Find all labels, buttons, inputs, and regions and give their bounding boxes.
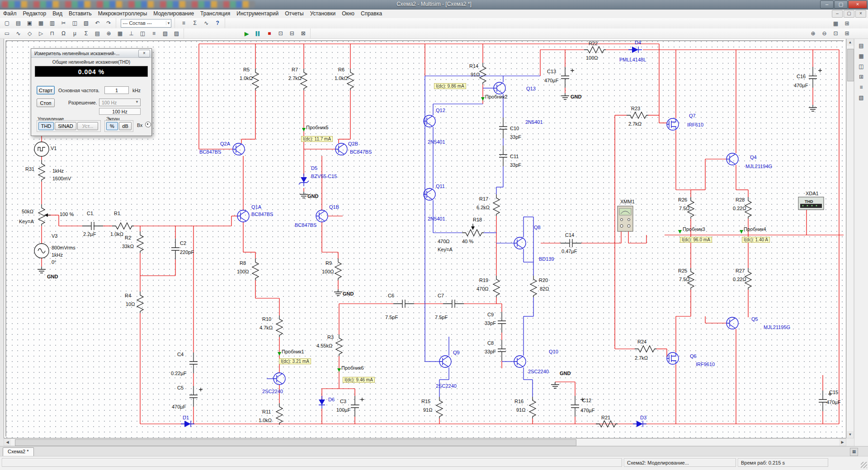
child-close-button[interactable]: × [855, 10, 866, 18]
component-label[interactable]: 4.7kΩ [259, 325, 273, 330]
sinad-mode-button[interactable]: SINAD [55, 122, 76, 130]
print-preview-icon[interactable]: ▥ [47, 19, 57, 28]
diode-component-icon[interactable]: ◇ [24, 29, 35, 38]
description-box-icon[interactable]: ≡ [856, 83, 867, 92]
component-label[interactable]: 2SC2240 [528, 369, 549, 374]
component-label[interactable]: 220pF [180, 249, 194, 255]
menu-Вставить[interactable]: Вставить [66, 9, 95, 18]
cmos-component-icon[interactable]: μ [70, 29, 80, 38]
child-minimize-button[interactable]: – [832, 10, 843, 18]
component-label[interactable]: 0.22Ω [733, 277, 746, 282]
new-icon[interactable]: ▢ [2, 19, 12, 28]
menu-Окно[interactable]: Окно [339, 9, 358, 18]
component-label[interactable]: Q2B [348, 141, 358, 146]
dialog-titlebar[interactable]: Измеритель нелинейных искажений-... × [31, 49, 151, 58]
component-label[interactable]: R20 [539, 277, 548, 283]
component-label[interactable]: V3 [52, 233, 57, 239]
undo-icon[interactable]: ↶ [92, 19, 103, 28]
menu-Микроконтроллеры[interactable]: Микроконтроллеры [95, 9, 151, 18]
component-label[interactable]: 0.47µF [561, 249, 577, 254]
component-label[interactable]: Q13 [526, 86, 536, 91]
component-label[interactable]: 100µF [336, 407, 350, 413]
child-restore-button[interactable]: ▢ [844, 10, 854, 18]
component-label[interactable]: 1.0kΩ [110, 231, 123, 237]
in-use-list-icon[interactable]: ≡ [179, 19, 189, 28]
component-label[interactable]: C13 [547, 69, 556, 74]
component-label[interactable]: 33pF [510, 134, 521, 140]
component-label[interactable]: R9 [326, 260, 332, 266]
component-label[interactable]: 6.2kΩ [476, 205, 490, 210]
component-label[interactable]: R11 [262, 409, 271, 414]
component-label[interactable]: C15 [829, 390, 838, 395]
thd-meter-dialog[interactable]: Измеритель нелинейных искажений-... × Об… [31, 48, 152, 136]
component-label[interactable]: PMLL4148L [619, 57, 646, 62]
component-label[interactable]: BC847BS [350, 149, 372, 155]
component-label[interactable]: MJL21194G [745, 164, 772, 169]
component-label[interactable]: 1.0kΩ [259, 418, 272, 423]
menu-Справка[interactable]: Справка [358, 9, 385, 18]
probe-arrow-icon[interactable] [337, 368, 341, 372]
component-label[interactable]: 40 % [462, 239, 473, 244]
component-label[interactable]: 91Ω [423, 407, 432, 413]
indicator-component-icon[interactable]: ⊕ [104, 29, 114, 38]
component-label[interactable]: GND [560, 371, 571, 376]
basic-component-icon[interactable]: ∿ [13, 29, 24, 38]
thd-mode-button[interactable]: THD [38, 122, 54, 130]
component-label[interactable]: 2.7kΩ [628, 121, 642, 127]
component-label[interactable]: R1 [114, 211, 120, 216]
component-label[interactable]: Q7 [689, 113, 696, 118]
component-label[interactable]: 10Ω [126, 301, 135, 307]
run-icon[interactable]: ▶ [241, 29, 252, 38]
input-terminal[interactable] [145, 122, 151, 127]
scroll-right-arrow[interactable]: ▶ [839, 439, 846, 446]
source-component-icon[interactable]: ▭ [2, 29, 12, 38]
menu-Трансляция[interactable]: Трансляция [197, 9, 233, 18]
breakpoint-icon[interactable]: ⊠ [298, 29, 308, 38]
component-label[interactable]: 4.55kΩ [316, 343, 332, 348]
component-label[interactable]: 0.22µF [171, 371, 186, 376]
misc-component-icon[interactable]: ⊥ [126, 29, 137, 38]
component-label[interactable]: C6 [388, 293, 394, 298]
component-label[interactable]: 100 % [60, 212, 74, 217]
component-label[interactable]: 0° [52, 259, 57, 265]
component-label[interactable]: R27 [736, 268, 745, 273]
menu-Установки[interactable]: Установки [307, 9, 339, 18]
misc-digital-icon[interactable]: Σ [81, 29, 91, 38]
component-label[interactable]: IRF610 [687, 122, 703, 127]
close-button[interactable]: × [848, 0, 867, 9]
component-label[interactable]: 2N5401 [428, 139, 445, 145]
maximize-button[interactable]: ▢ [834, 0, 848, 9]
probe-arrow-icon[interactable] [302, 128, 306, 132]
component-label[interactable]: 470µF [794, 83, 808, 88]
dialog-close-button[interactable]: × [138, 50, 150, 57]
component-label[interactable]: Q11 [436, 183, 445, 189]
analog-component-icon[interactable]: ⊓ [47, 29, 57, 38]
component-label[interactable]: R3 [327, 334, 334, 340]
component-label[interactable]: GND [343, 291, 354, 296]
component-label[interactable]: C9 [487, 312, 494, 317]
component-label[interactable]: BD139 [539, 256, 554, 262]
component-label[interactable]: 82Ω [540, 286, 549, 291]
component-label[interactable]: R14 [469, 63, 478, 69]
visibility-icon[interactable]: ▦ [856, 52, 867, 61]
component-label[interactable]: XMM1 [620, 199, 635, 204]
component-label[interactable]: R22 [589, 41, 598, 46]
component-label[interactable]: R24 [637, 339, 646, 344]
component-label[interactable]: GND [307, 193, 318, 199]
cut-icon[interactable]: ✂ [58, 19, 69, 28]
power-component-icon[interactable]: ▦ [115, 29, 125, 38]
menu-Файл[interactable]: Файл [0, 9, 20, 18]
stop-button[interactable]: Стоп [37, 99, 55, 107]
component-label[interactable]: 7.5Ω [679, 206, 690, 211]
component-label[interactable]: 33pF [485, 320, 496, 326]
component-label[interactable]: 2.7kΩ [288, 75, 302, 81]
component-label[interactable]: 7.5pF [385, 315, 398, 320]
component-label[interactable]: Q1A [251, 204, 261, 210]
component-label[interactable]: C11 [510, 154, 519, 159]
minimize-button[interactable]: – [820, 0, 834, 9]
scroll-up-arrow[interactable]: ▲ [847, 39, 854, 46]
vertical-scroll-thumb[interactable] [847, 49, 854, 81]
component-label[interactable]: 470Ω [476, 286, 489, 291]
component-label[interactable]: R17 [479, 196, 488, 202]
component-label[interactable]: C3 [340, 399, 346, 404]
